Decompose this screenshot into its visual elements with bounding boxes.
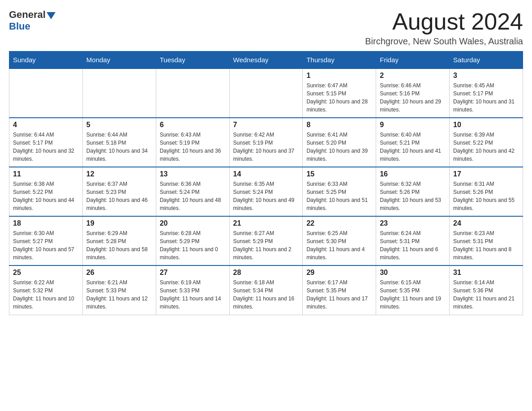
day-info: Sunrise: 6:42 AMSunset: 5:19 PMDaylight:… (233, 131, 299, 163)
calendar-cell: 4Sunrise: 6:44 AMSunset: 5:17 PMDaylight… (9, 118, 83, 167)
calendar-cell: 16Sunrise: 6:32 AMSunset: 5:26 PMDayligh… (376, 167, 450, 216)
day-info: Sunrise: 6:25 AMSunset: 5:30 PMDaylight:… (306, 229, 372, 261)
weekday-header-friday: Friday (376, 51, 450, 69)
day-info: Sunrise: 6:22 AMSunset: 5:32 PMDaylight:… (13, 278, 79, 311)
day-number: 30 (380, 269, 446, 277)
calendar-cell: 21Sunrise: 6:27 AMSunset: 5:29 PMDayligh… (229, 216, 303, 265)
day-info: Sunrise: 6:44 AMSunset: 5:18 PMDaylight:… (86, 131, 152, 163)
day-number: 6 (160, 121, 226, 129)
day-info: Sunrise: 6:18 AMSunset: 5:34 PMDaylight:… (233, 278, 299, 311)
day-info: Sunrise: 6:19 AMSunset: 5:33 PMDaylight:… (160, 278, 226, 311)
calendar-cell: 1Sunrise: 6:47 AMSunset: 5:15 PMDaylight… (303, 68, 376, 118)
day-info: Sunrise: 6:43 AMSunset: 5:19 PMDaylight:… (160, 131, 226, 163)
day-number: 21 (233, 219, 299, 227)
day-number: 28 (233, 269, 299, 277)
calendar-cell: 19Sunrise: 6:29 AMSunset: 5:28 PMDayligh… (82, 216, 156, 265)
day-number: 12 (86, 170, 152, 178)
day-info: Sunrise: 6:47 AMSunset: 5:15 PMDaylight:… (306, 81, 372, 114)
day-info: Sunrise: 6:45 AMSunset: 5:17 PMDaylight:… (453, 81, 519, 114)
day-number: 4 (13, 121, 79, 129)
day-number: 29 (306, 269, 372, 277)
day-info: Sunrise: 6:23 AMSunset: 5:31 PMDaylight:… (453, 229, 519, 261)
day-number: 5 (86, 121, 152, 129)
calendar-cell: 18Sunrise: 6:30 AMSunset: 5:27 PMDayligh… (9, 216, 83, 265)
calendar-header-row: SundayMondayTuesdayWednesdayThursdayFrid… (9, 51, 523, 69)
day-info: Sunrise: 6:28 AMSunset: 5:29 PMDaylight:… (160, 229, 226, 261)
day-number: 27 (160, 269, 226, 277)
calendar-cell: 10Sunrise: 6:39 AMSunset: 5:22 PMDayligh… (450, 118, 523, 167)
calendar-cell: 13Sunrise: 6:36 AMSunset: 5:24 PMDayligh… (156, 167, 229, 216)
calendar-cell: 29Sunrise: 6:17 AMSunset: 5:35 PMDayligh… (303, 265, 376, 315)
calendar-cell: 17Sunrise: 6:31 AMSunset: 5:26 PMDayligh… (450, 167, 523, 216)
day-number: 26 (86, 269, 152, 277)
day-info: Sunrise: 6:41 AMSunset: 5:20 PMDaylight:… (306, 131, 372, 163)
calendar-table: SundayMondayTuesdayWednesdayThursdayFrid… (9, 51, 523, 315)
calendar-week-row: 11Sunrise: 6:38 AMSunset: 5:22 PMDayligh… (9, 167, 523, 216)
day-number: 18 (13, 219, 79, 227)
calendar-cell: 14Sunrise: 6:35 AMSunset: 5:24 PMDayligh… (229, 167, 303, 216)
day-number: 1 (306, 72, 372, 80)
calendar-cell (156, 68, 229, 118)
day-info: Sunrise: 6:44 AMSunset: 5:17 PMDaylight:… (13, 131, 79, 163)
day-number: 24 (453, 219, 519, 227)
calendar-week-row: 4Sunrise: 6:44 AMSunset: 5:17 PMDaylight… (9, 118, 523, 167)
logo: General Blue (9, 9, 56, 32)
calendar-cell: 28Sunrise: 6:18 AMSunset: 5:34 PMDayligh… (229, 265, 303, 315)
calendar-cell (229, 68, 303, 118)
day-number: 11 (13, 170, 79, 178)
day-number: 19 (86, 219, 152, 227)
calendar-cell: 27Sunrise: 6:19 AMSunset: 5:33 PMDayligh… (156, 265, 229, 315)
calendar-week-row: 25Sunrise: 6:22 AMSunset: 5:32 PMDayligh… (9, 265, 523, 315)
day-info: Sunrise: 6:17 AMSunset: 5:35 PMDaylight:… (306, 278, 372, 311)
location-title: Birchgrove, New South Wales, Australia (365, 36, 523, 47)
day-number: 17 (453, 170, 519, 178)
day-number: 20 (160, 219, 226, 227)
logo-triangle-icon (47, 12, 56, 19)
day-info: Sunrise: 6:33 AMSunset: 5:25 PMDaylight:… (306, 180, 372, 212)
month-title: August 2024 (365, 9, 523, 34)
calendar-cell: 3Sunrise: 6:45 AMSunset: 5:17 PMDaylight… (450, 68, 523, 118)
day-number: 10 (453, 121, 519, 129)
day-number: 9 (380, 121, 446, 129)
calendar-cell (82, 68, 156, 118)
day-info: Sunrise: 6:27 AMSunset: 5:29 PMDaylight:… (233, 229, 299, 261)
calendar-cell: 15Sunrise: 6:33 AMSunset: 5:25 PMDayligh… (303, 167, 376, 216)
calendar-cell: 25Sunrise: 6:22 AMSunset: 5:32 PMDayligh… (9, 265, 83, 315)
day-info: Sunrise: 6:35 AMSunset: 5:24 PMDaylight:… (233, 180, 299, 212)
day-info: Sunrise: 6:31 AMSunset: 5:26 PMDaylight:… (453, 180, 519, 212)
day-number: 23 (380, 219, 446, 227)
day-number: 3 (453, 72, 519, 80)
calendar-cell: 31Sunrise: 6:14 AMSunset: 5:36 PMDayligh… (450, 265, 523, 315)
weekday-header-sunday: Sunday (9, 51, 83, 69)
calendar-cell: 9Sunrise: 6:40 AMSunset: 5:21 PMDaylight… (376, 118, 450, 167)
logo-general-text: General (9, 9, 46, 21)
day-info: Sunrise: 6:24 AMSunset: 5:31 PMDaylight:… (380, 229, 446, 261)
day-info: Sunrise: 6:21 AMSunset: 5:33 PMDaylight:… (86, 278, 152, 311)
logo-blue-text: Blue (9, 21, 30, 32)
day-info: Sunrise: 6:14 AMSunset: 5:36 PMDaylight:… (453, 278, 519, 311)
day-info: Sunrise: 6:36 AMSunset: 5:24 PMDaylight:… (160, 180, 226, 212)
day-info: Sunrise: 6:38 AMSunset: 5:22 PMDaylight:… (13, 180, 79, 212)
calendar-cell: 8Sunrise: 6:41 AMSunset: 5:20 PMDaylight… (303, 118, 376, 167)
calendar-cell: 20Sunrise: 6:28 AMSunset: 5:29 PMDayligh… (156, 216, 229, 265)
day-info: Sunrise: 6:46 AMSunset: 5:16 PMDaylight:… (380, 81, 446, 114)
calendar-cell: 26Sunrise: 6:21 AMSunset: 5:33 PMDayligh… (82, 265, 156, 315)
calendar-week-row: 18Sunrise: 6:30 AMSunset: 5:27 PMDayligh… (9, 216, 523, 265)
day-info: Sunrise: 6:29 AMSunset: 5:28 PMDaylight:… (86, 229, 152, 261)
calendar-cell: 2Sunrise: 6:46 AMSunset: 5:16 PMDaylight… (376, 68, 450, 118)
day-number: 2 (380, 72, 446, 80)
day-number: 31 (453, 269, 519, 277)
calendar-cell: 11Sunrise: 6:38 AMSunset: 5:22 PMDayligh… (9, 167, 83, 216)
day-number: 25 (13, 269, 79, 277)
calendar-cell: 24Sunrise: 6:23 AMSunset: 5:31 PMDayligh… (450, 216, 523, 265)
day-info: Sunrise: 6:30 AMSunset: 5:27 PMDaylight:… (13, 229, 79, 261)
day-number: 7 (233, 121, 299, 129)
day-info: Sunrise: 6:32 AMSunset: 5:26 PMDaylight:… (380, 180, 446, 212)
day-number: 8 (306, 121, 372, 129)
day-number: 14 (233, 170, 299, 178)
calendar-cell: 23Sunrise: 6:24 AMSunset: 5:31 PMDayligh… (376, 216, 450, 265)
day-info: Sunrise: 6:37 AMSunset: 5:23 PMDaylight:… (86, 180, 152, 212)
calendar-cell: 5Sunrise: 6:44 AMSunset: 5:18 PMDaylight… (82, 118, 156, 167)
weekday-header-tuesday: Tuesday (156, 51, 229, 69)
calendar-cell: 7Sunrise: 6:42 AMSunset: 5:19 PMDaylight… (229, 118, 303, 167)
